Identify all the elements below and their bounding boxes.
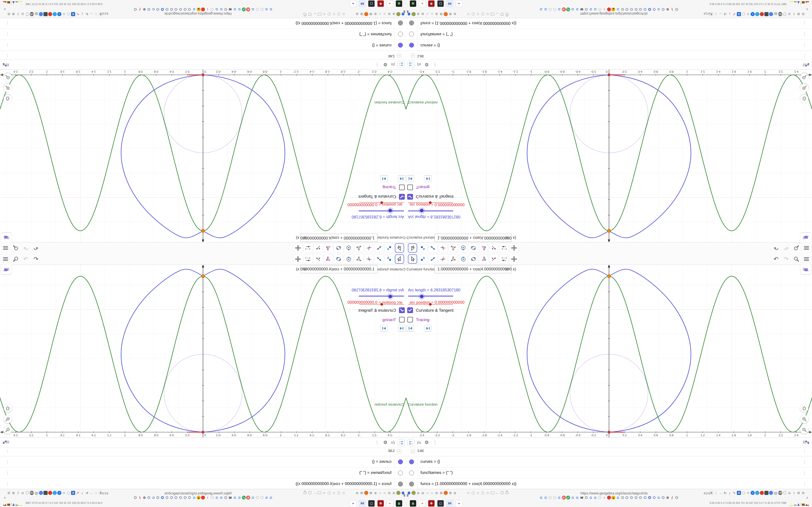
- tab-favicon[interactable]: [639, 7, 642, 11]
- tab-favicon[interactable]: f: [138, 7, 142, 11]
- pencil-icon[interactable]: ✎: [732, 12, 737, 16]
- globe-icon[interactable]: ⊕: [387, 12, 391, 16]
- firefox-app-icon[interactable]: ●: [419, 500, 425, 507]
- kebab-menu-icon[interactable]: ⋮: [803, 471, 806, 475]
- tool-line[interactable]: [374, 243, 384, 252]
- download-icon[interactable]: ↓: [80, 12, 84, 16]
- undo-icon[interactable]: ↶: [772, 256, 779, 263]
- arc-position-slider-thumb[interactable]: [380, 201, 383, 204]
- gear-icon[interactable]: ⚙: [7, 12, 11, 16]
- list-item[interactable]: funcNames = {" "}⋮: [0, 28, 406, 40]
- zoom-in-button[interactable]: [4, 415, 12, 423]
- undo-icon[interactable]: ↶: [772, 244, 779, 251]
- globe-color-icon[interactable]: [39, 491, 43, 495]
- download-icon[interactable]: ↓: [728, 491, 732, 495]
- wrench-icon[interactable]: ⚙: [11, 491, 15, 495]
- globe-icon[interactable]: ⊕: [20, 12, 24, 16]
- translate-icon[interactable]: A: [737, 12, 741, 16]
- tab-favicon[interactable]: [643, 496, 647, 500]
- tab-favicon[interactable]: W: [229, 496, 232, 500]
- tab-favicon[interactable]: ⚙: [142, 496, 146, 500]
- tab-favicon[interactable]: [174, 496, 178, 500]
- tool-circle-with-center[interactable]: [459, 243, 468, 252]
- radio-icon[interactable]: [322, 491, 326, 495]
- visibility-toggle[interactable]: [409, 470, 414, 475]
- tree-view-icon[interactable]: [398, 61, 405, 68]
- tab-favicon[interactable]: [548, 7, 552, 11]
- monitor-app-icon[interactable]: ▢: [368, 0, 374, 7]
- tab-favicon[interactable]: [170, 496, 173, 500]
- globe-icon[interactable]: ⊕: [392, 12, 396, 16]
- tool-perpendicular-line[interactable]: [439, 255, 448, 264]
- chat-app-icon[interactable]: ●: [456, 0, 462, 7]
- tool-move-graphics-view[interactable]: [293, 243, 303, 252]
- clipboard-icon[interactable]: ▤: [773, 12, 778, 16]
- radio-icon[interactable]: [332, 12, 336, 16]
- tab-favicon[interactable]: [607, 496, 611, 500]
- firefox-app-icon[interactable]: ●: [419, 0, 425, 7]
- globe-icon[interactable]: ⊕: [387, 491, 391, 495]
- tab-favicon[interactable]: [639, 496, 642, 500]
- tool-reflect[interactable]: [314, 255, 323, 264]
- tab-favicon[interactable]: [625, 7, 629, 11]
- tool-polygon[interactable]: [449, 243, 458, 252]
- visibility-toggle[interactable]: [398, 32, 403, 37]
- translate-icon[interactable]: A: [737, 491, 741, 495]
- settings-app-icon[interactable]: ⚙: [377, 500, 384, 507]
- tab-favicon[interactable]: [255, 496, 259, 500]
- tool-line[interactable]: [428, 255, 438, 264]
- menu-icon[interactable]: [803, 256, 810, 263]
- search-icon[interactable]: [793, 256, 800, 263]
- globe-icon[interactable]: ⊕: [453, 12, 457, 16]
- visibility-toggle[interactable]: [409, 43, 414, 48]
- tab-favicon[interactable]: [147, 496, 151, 500]
- ud-badge-icon[interactable]: UD: [30, 491, 34, 495]
- tab-favicon[interactable]: G: [215, 496, 219, 500]
- tool-move[interactable]: [395, 243, 404, 252]
- tool-angle[interactable]: α: [479, 243, 488, 252]
- tab-favicon[interactable]: f: [138, 496, 142, 500]
- tool-slider[interactable]: a = 2: [304, 255, 313, 264]
- add-circle-icon[interactable]: +: [57, 491, 61, 495]
- trash-icon[interactable]: [44, 12, 48, 16]
- shield-icon[interactable]: [783, 12, 787, 16]
- tab-favicon[interactable]: [643, 7, 647, 11]
- kebab-menu-icon[interactable]: ⋮: [6, 482, 9, 486]
- tab-favicon[interactable]: [201, 496, 205, 500]
- app-dot-icon[interactable]: [412, 12, 416, 16]
- redo-icon[interactable]: ↷: [782, 244, 790, 251]
- tab-favicon[interactable]: G: [616, 7, 620, 11]
- tab-favicon[interactable]: G: [593, 7, 597, 11]
- menu-icon[interactable]: [803, 244, 810, 251]
- add-circle-icon[interactable]: +: [57, 12, 61, 16]
- radio-icon[interactable]: [466, 12, 470, 16]
- oval-icon[interactable]: [742, 12, 746, 16]
- headset-icon[interactable]: ∩: [430, 491, 434, 495]
- arc-length-slider-thumb[interactable]: [387, 293, 394, 300]
- tab-favicon[interactable]: [255, 7, 259, 11]
- emulator-app-icon[interactable]: 64: [447, 0, 453, 7]
- ud-badge-icon[interactable]: UD: [778, 12, 782, 16]
- pin-icon[interactable]: [401, 491, 405, 495]
- collapse-list-button[interactable]: −: [411, 449, 415, 453]
- skip-end-button[interactable]: [380, 325, 388, 332]
- tab-favicon[interactable]: G: [557, 496, 561, 500]
- function-dropdown[interactable]: 1.000000000000 + cos(4.000000000000 x): [435, 265, 512, 273]
- tool-move[interactable]: [408, 243, 417, 252]
- ud-badge-icon[interactable]: UD: [778, 491, 782, 495]
- tab-favicon[interactable]: [170, 7, 173, 11]
- zoom-in-button[interactable]: [800, 84, 808, 92]
- tool-ellipse[interactable]: [334, 243, 343, 252]
- collapse-list-button[interactable]: −: [397, 449, 401, 453]
- tool-move-graphics-view[interactable]: [509, 255, 519, 264]
- monitor-app-icon[interactable]: ▢: [438, 0, 444, 7]
- tab-favicon[interactable]: G: [539, 496, 543, 500]
- tool-slider[interactable]: a = 2: [499, 255, 508, 264]
- settings-gear-icon[interactable]: ⚙: [423, 439, 430, 446]
- reload-icon[interactable]: ↻: [723, 12, 727, 16]
- search-icon[interactable]: [12, 244, 19, 251]
- red-badge-icon[interactable]: [48, 12, 52, 16]
- zoom-out-button[interactable]: [800, 73, 808, 81]
- lock-icon[interactable]: [505, 491, 509, 495]
- radio-icon[interactable]: [337, 491, 341, 495]
